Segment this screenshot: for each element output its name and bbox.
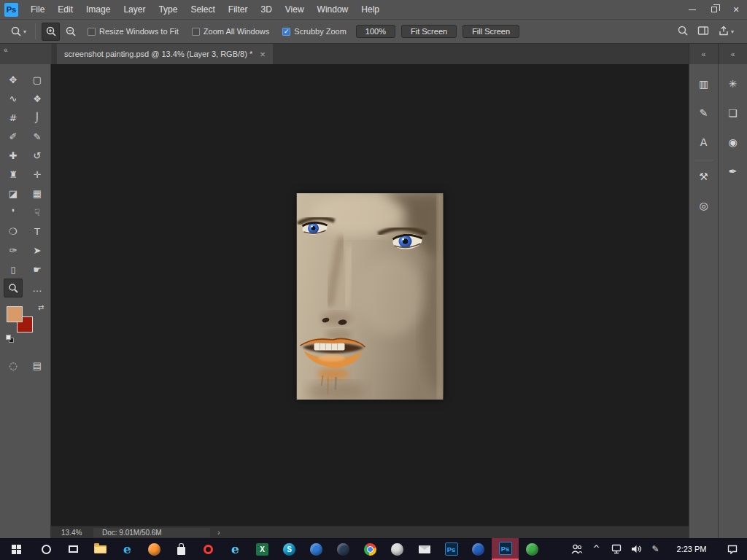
dodge-tool[interactable]: ❍: [4, 222, 23, 241]
expand-panels-chevron[interactable]: «: [731, 50, 735, 58]
pen-tool[interactable]: ✑: [4, 241, 23, 260]
spot-healing-brush-tool[interactable]: ✚: [4, 146, 23, 165]
menu-layer[interactable]: Layer: [117, 0, 152, 19]
minimize-button[interactable]: [681, 0, 703, 19]
tab-close-icon[interactable]: ×: [260, 49, 266, 60]
checkbox-zoom-all-windows[interactable]: ✓ Zoom All Windows: [192, 27, 269, 36]
expand-panels-chevron[interactable]: «: [702, 50, 706, 58]
taskbar-opera[interactable]: [195, 538, 222, 560]
rectangle-tool[interactable]: ▯: [4, 260, 23, 279]
hand-tool[interactable]: ☛: [28, 260, 47, 279]
brush-tool[interactable]: ✐: [4, 127, 23, 146]
close-button[interactable]: ✕: [725, 0, 747, 19]
zoom-100-button[interactable]: 100%: [356, 25, 395, 38]
default-colors-icon[interactable]: [6, 335, 16, 344]
start-button[interactable]: [0, 538, 33, 560]
taskbar-app-blue[interactable]: [303, 538, 330, 560]
menu-3d[interactable]: 3D: [254, 0, 278, 19]
type-tool[interactable]: T: [28, 222, 47, 241]
taskbar-store[interactable]: [168, 538, 195, 560]
channels-panel-icon[interactable]: ◉: [719, 128, 747, 156]
taskbar-photoshop[interactable]: Ps: [438, 538, 465, 560]
workspace-switcher-button[interactable]: [697, 26, 709, 37]
eyedropper-tool[interactable]: ⌡: [28, 108, 47, 127]
tray-pen-button[interactable]: ✎: [646, 538, 665, 560]
menu-help[interactable]: Help: [355, 0, 386, 19]
more-tools[interactable]: …: [28, 279, 47, 298]
menu-select[interactable]: Select: [184, 0, 221, 19]
quick-selection-tool[interactable]: ❖: [28, 89, 47, 108]
menu-filter[interactable]: Filter: [222, 0, 255, 19]
taskbar-steam[interactable]: [330, 538, 357, 560]
clone-stamp-tool[interactable]: ♜: [4, 165, 23, 184]
fit-screen-button[interactable]: Fit Screen: [401, 25, 457, 38]
taskbar-firefox[interactable]: [141, 538, 168, 560]
action-center-button[interactable]: [718, 538, 747, 560]
taskbar-chrome[interactable]: [357, 538, 384, 560]
path-selection-tool[interactable]: ➤: [28, 241, 47, 260]
taskbar-excel[interactable]: X: [249, 538, 276, 560]
rectangular-marquee-tool[interactable]: ▢: [28, 70, 47, 89]
cortana-button[interactable]: [33, 538, 60, 560]
screen-mode-button[interactable]: ▤: [28, 356, 47, 375]
zoom-out-button[interactable]: [61, 23, 80, 41]
checkbox-scrubby-zoom[interactable]: ✓ Scrubby Zoom: [282, 27, 347, 36]
taskbar-clock[interactable]: 2:23 PM: [665, 538, 718, 560]
menu-edit[interactable]: Edit: [51, 0, 80, 19]
zoom-tool-preset[interactable]: ▾: [7, 24, 29, 39]
taskbar-file-explorer[interactable]: [87, 538, 114, 560]
zoom-in-button[interactable]: [42, 23, 60, 41]
tray-show-hidden-button[interactable]: ^: [587, 538, 606, 560]
mixer-brush-tool[interactable]: ✛: [28, 165, 47, 184]
taskbar-internet-explorer[interactable]: e: [222, 538, 249, 560]
search-button[interactable]: [677, 25, 689, 38]
share-button[interactable]: [718, 25, 729, 38]
paths-panel-icon[interactable]: ✒: [719, 158, 747, 185]
blur-tool[interactable]: ❜: [4, 203, 23, 222]
taskbar-edge[interactable]: e: [114, 538, 141, 560]
crop-tool[interactable]: #: [4, 108, 23, 127]
zoom-tool[interactable]: [4, 279, 23, 298]
lasso-tool[interactable]: ∿: [4, 89, 23, 108]
brush-settings-panel-icon[interactable]: ✎: [690, 99, 718, 127]
layers-panel-icon[interactable]: ❏: [719, 99, 747, 127]
tray-people-button[interactable]: [567, 538, 587, 560]
menu-view[interactable]: View: [279, 0, 311, 19]
collapse-tools-chevron[interactable]: «: [4, 46, 8, 54]
character-panel-icon[interactable]: A: [690, 128, 718, 156]
restore-button[interactable]: [703, 0, 725, 19]
taskbar-app-blue-2[interactable]: [465, 538, 492, 560]
workspace: ✥ ▢ ∿ ❖ # ⌡ ✐ ✎ ✚ ↺ ♜ ✛ ◪ ▦ ❜ ☟ ❍ T ✑ ➤: [0, 64, 747, 538]
swap-colors-icon[interactable]: ⇄: [38, 303, 44, 311]
document-canvas[interactable]: [297, 193, 444, 400]
taskbar-skype[interactable]: S: [276, 538, 303, 560]
task-view-button[interactable]: [60, 538, 87, 560]
document-tab[interactable]: screenshot painting.psd @ 13.4% (Layer 3…: [57, 44, 273, 64]
menu-window[interactable]: Window: [311, 0, 355, 19]
taskbar-app-white[interactable]: [384, 538, 411, 560]
status-menu-chevron[interactable]: ›: [217, 528, 220, 537]
properties-panel-icon[interactable]: ⚒: [690, 163, 718, 190]
histogram-panel-icon[interactable]: ▥: [690, 70, 718, 98]
color-panel-icon[interactable]: ✳: [719, 70, 747, 98]
smudge-tool[interactable]: ☟: [28, 203, 47, 222]
tray-volume-button[interactable]: [626, 538, 646, 560]
taskbar-app-green[interactable]: [519, 538, 546, 560]
gradient-tool[interactable]: ▦: [28, 184, 47, 203]
menu-image[interactable]: Image: [80, 0, 117, 19]
eraser-tool[interactable]: ◪: [4, 184, 23, 203]
menu-type[interactable]: Type: [152, 0, 184, 19]
status-zoom-input[interactable]: 13.4%: [51, 529, 93, 537]
menu-file[interactable]: File: [24, 0, 51, 19]
history-brush-tool[interactable]: ↺: [28, 146, 47, 165]
taskbar-photoshop-active[interactable]: Ps: [492, 538, 519, 560]
quick-mask-button[interactable]: ◌: [4, 356, 23, 375]
foreground-color-swatch[interactable]: [7, 306, 23, 322]
pencil-tool[interactable]: ✎: [28, 127, 47, 146]
taskbar-mail[interactable]: [411, 538, 438, 560]
libraries-panel-icon[interactable]: ◎: [690, 192, 718, 219]
tray-network-button[interactable]: [606, 538, 626, 560]
fill-screen-button[interactable]: Fill Screen: [462, 25, 519, 38]
checkbox-resize-windows-to-fit[interactable]: ✓ Resize Windows to Fit: [88, 27, 179, 36]
move-tool[interactable]: ✥: [4, 70, 23, 89]
